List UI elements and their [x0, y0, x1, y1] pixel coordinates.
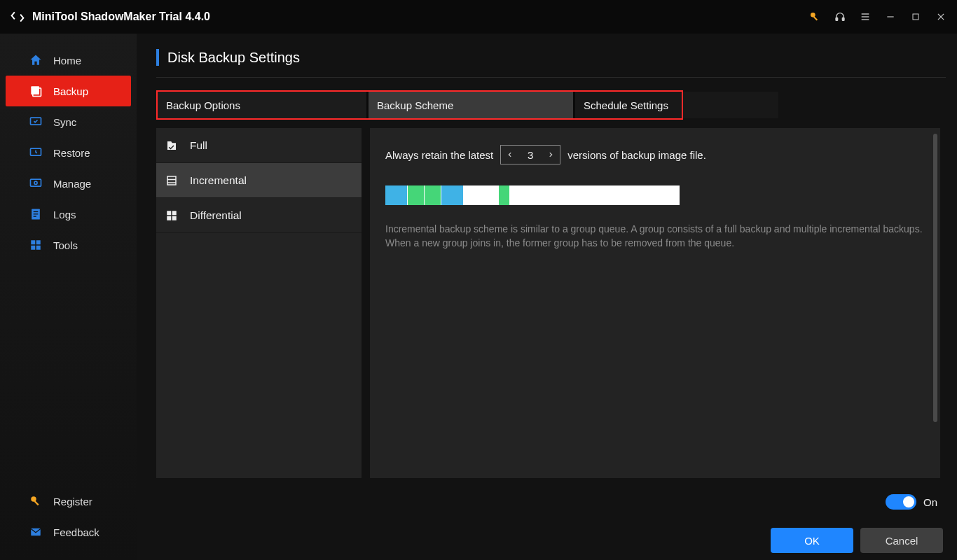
- footer-controls: On OK Cancel: [771, 494, 943, 553]
- stepper-increase[interactable]: [542, 146, 560, 164]
- main-content: Disk Backup Settings Backup Options Back…: [137, 34, 957, 560]
- sidebar-item-logs[interactable]: Logs: [0, 199, 137, 230]
- scheme-label: Incremental: [190, 174, 247, 187]
- title-accent-bar: [156, 49, 159, 66]
- svg-rect-32: [172, 211, 177, 215]
- scheme-full[interactable]: Full: [156, 128, 362, 163]
- sidebar-item-backup[interactable]: Backup: [6, 76, 131, 106]
- svg-rect-24: [36, 246, 41, 250]
- page-title: Disk Backup Settings: [167, 50, 300, 66]
- svg-rect-28: [167, 176, 176, 185]
- sidebar: Home Backup Sync Restore Manage Logs Too…: [0, 34, 137, 560]
- sidebar-item-label: Restore: [53, 147, 90, 159]
- sidebar-item-label: Backup: [53, 85, 88, 97]
- svg-rect-19: [34, 214, 39, 214]
- sidebar-item-home[interactable]: Home: [0, 45, 137, 76]
- version-stepper: 3: [500, 145, 560, 164]
- stepper-value: 3: [519, 149, 542, 161]
- ok-button[interactable]: OK: [771, 528, 853, 553]
- restore-icon: [28, 145, 43, 160]
- sidebar-item-label: Tools: [53, 239, 78, 251]
- sidebar-item-label: Logs: [53, 209, 76, 220]
- stepper-decrease[interactable]: [501, 146, 519, 164]
- tab-backup-scheme[interactable]: Backup Scheme: [366, 92, 573, 118]
- sidebar-item-tools[interactable]: Tools: [0, 230, 137, 260]
- scheme-detail-panel: Always retain the latest 3 versions of b…: [370, 128, 940, 478]
- sidebar-item-label: Feedback: [53, 526, 99, 538]
- scheme-differential[interactable]: Differential: [156, 198, 362, 233]
- svg-rect-15: [31, 179, 41, 186]
- sidebar-item-label: Manage: [53, 178, 91, 190]
- sidebar-item-sync[interactable]: Sync: [0, 106, 137, 137]
- headset-icon[interactable]: [834, 10, 846, 23]
- minimize-icon[interactable]: [884, 10, 897, 23]
- full-icon: [165, 139, 179, 153]
- app-title: MiniTool ShadowMaker Trial 4.4.0: [32, 10, 210, 23]
- scheme-incremental[interactable]: Incremental: [156, 163, 362, 198]
- scheme-diagram: [385, 186, 680, 205]
- svg-rect-21: [31, 240, 35, 244]
- sidebar-item-label: Home: [53, 55, 81, 66]
- settings-tabs: Backup Options Backup Scheme Schedule Se…: [156, 90, 683, 120]
- svg-rect-27: [31, 528, 41, 536]
- titlebar: MiniTool ShadowMaker Trial 4.4.0: [0, 0, 957, 34]
- close-icon[interactable]: [935, 10, 947, 23]
- detail-scrollbar[interactable]: [933, 134, 937, 422]
- svg-rect-18: [34, 211, 39, 212]
- sidebar-item-feedback[interactable]: Feedback: [0, 517, 137, 547]
- svg-rect-8: [913, 14, 918, 20]
- svg-rect-23: [31, 246, 35, 250]
- svg-rect-33: [167, 216, 171, 220]
- tools-icon: [28, 237, 43, 253]
- scheme-description: Incremental backup scheme is similar to …: [385, 222, 925, 251]
- backup-icon: [28, 83, 43, 99]
- cancel-button[interactable]: Cancel: [860, 528, 943, 553]
- scheme-type-list: Full Incremental Differential: [156, 128, 362, 478]
- tabrow-extension: [683, 92, 778, 118]
- scheme-label: Differential: [190, 209, 242, 222]
- retain-prefix: Always retain the latest: [385, 149, 493, 161]
- differential-icon: [165, 209, 179, 223]
- sidebar-item-restore[interactable]: Restore: [0, 137, 137, 168]
- svg-rect-20: [34, 216, 36, 217]
- toggle-label: On: [923, 496, 937, 508]
- sidebar-item-label: Sync: [53, 116, 76, 128]
- register-key-icon: [28, 493, 43, 509]
- svg-rect-26: [34, 500, 39, 505]
- key-icon[interactable]: [808, 10, 821, 23]
- svg-rect-1: [813, 16, 818, 20]
- sidebar-item-register[interactable]: Register: [0, 486, 137, 517]
- tab-backup-options[interactable]: Backup Options: [158, 92, 366, 118]
- incremental-icon: [165, 174, 179, 188]
- app-logo-icon: [10, 9, 25, 24]
- home-icon: [28, 52, 43, 68]
- svg-point-16: [34, 181, 37, 184]
- svg-rect-22: [36, 240, 41, 244]
- menu-icon[interactable]: [859, 10, 872, 23]
- sync-icon: [28, 114, 43, 130]
- tab-schedule-settings[interactable]: Schedule Settings: [573, 92, 682, 118]
- logs-icon: [28, 206, 43, 222]
- scheme-toggle[interactable]: [886, 494, 916, 510]
- manage-icon: [28, 176, 43, 191]
- scheme-label: Full: [190, 139, 207, 152]
- retain-suffix: versions of backup image file.: [567, 149, 706, 161]
- svg-rect-3: [842, 18, 844, 20]
- maximize-icon[interactable]: [909, 10, 922, 23]
- sidebar-item-label: Register: [53, 496, 92, 507]
- svg-rect-34: [172, 216, 177, 220]
- svg-rect-31: [167, 211, 171, 215]
- svg-rect-2: [836, 18, 838, 20]
- sidebar-item-manage[interactable]: Manage: [0, 168, 137, 199]
- feedback-mail-icon: [28, 524, 43, 540]
